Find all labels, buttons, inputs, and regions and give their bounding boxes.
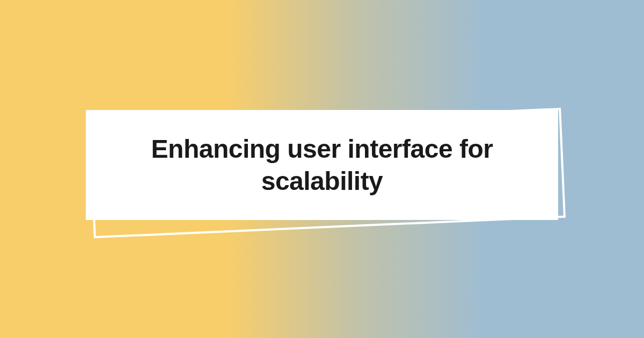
- title-card: Enhancing user interface for scalability: [86, 110, 558, 220]
- title-stage: Enhancing user interface for scalability: [86, 110, 558, 228]
- title-text: Enhancing user interface for scalability: [118, 133, 526, 197]
